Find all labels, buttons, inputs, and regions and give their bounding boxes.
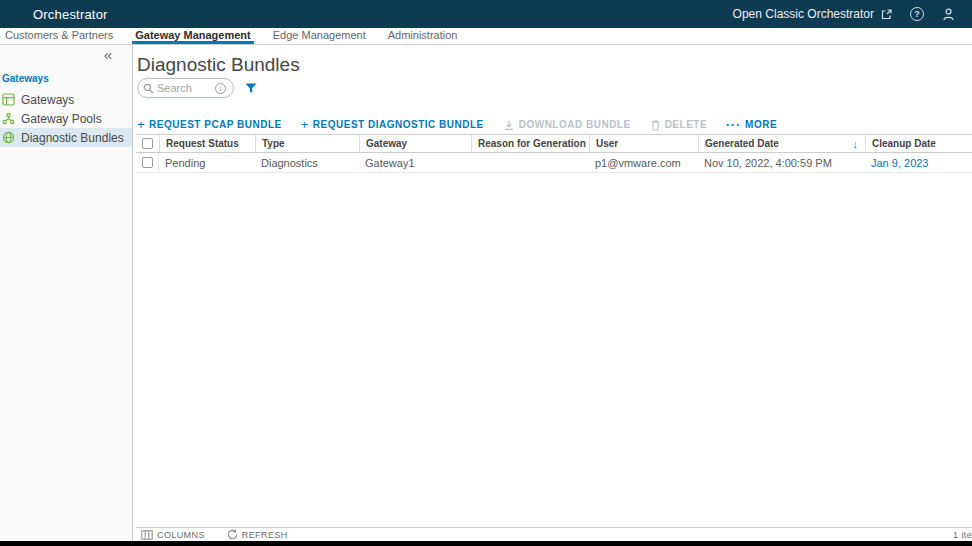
tab-administration[interactable]: Administration: [385, 28, 461, 44]
table-row[interactable]: Pending Diagnostics Gateway1 p1@vmware.c…: [136, 153, 972, 173]
button-label: DELETE: [665, 119, 707, 130]
search-input[interactable]: [157, 82, 212, 94]
column-header-request-status[interactable]: Request Status: [159, 135, 255, 152]
header-select-all-cell: [136, 135, 159, 152]
user-icon[interactable]: [941, 7, 956, 22]
download-icon: [503, 119, 515, 131]
info-icon[interactable]: i: [215, 83, 226, 94]
button-label: REFRESH: [242, 530, 288, 540]
cell-generated-date: Nov 10, 2022, 4:00:59 PM: [698, 153, 865, 172]
tab-edge-management[interactable]: Edge Management: [270, 28, 369, 44]
table-header-row: Request Status Type Gateway Reason for G…: [136, 134, 972, 153]
sidebar: « Gateways Gateways Gateway Pools: [0, 45, 133, 541]
gateways-icon: [2, 93, 15, 106]
column-header-cleanup-date[interactable]: Cleanup Date: [865, 135, 972, 152]
app-title: Orchestrator: [33, 7, 108, 22]
refresh-icon: [227, 529, 238, 540]
gateway-pools-icon: [2, 112, 15, 125]
table-footer: COLUMNS REFRESH 1 item: [136, 527, 972, 541]
sidebar-item-diagnostic-bundles[interactable]: Diagnostic Bundles: [0, 128, 132, 147]
download-bundle-button[interactable]: DOWNLOAD BUNDLE: [503, 119, 631, 131]
sidebar-item-gateways[interactable]: Gateways: [0, 90, 132, 109]
sort-desc-icon[interactable]: ↓: [853, 138, 859, 150]
column-header-type[interactable]: Type: [255, 135, 359, 152]
column-header-gateway[interactable]: Gateway: [359, 135, 471, 152]
sidebar-section-title: Gateways: [2, 73, 132, 84]
cell-user: p1@vmware.com: [589, 153, 698, 172]
bottom-black-bar: [0, 541, 972, 546]
columns-icon: [141, 530, 153, 540]
grid-toolbar: + REQUEST PCAP BUNDLE + REQUEST DIAGNOST…: [137, 118, 777, 131]
plus-icon: +: [301, 118, 309, 131]
column-header-user[interactable]: User: [589, 135, 698, 152]
cell-gateway: Gateway1: [359, 153, 471, 172]
top-bar: Orchestrator Open Classic Orchestrator ?: [0, 0, 972, 28]
column-label: Generated Date: [705, 138, 779, 149]
request-diagnostic-bundle-button[interactable]: + REQUEST DIAGNOSTIC BUNDLE: [301, 118, 484, 131]
button-label: REQUEST PCAP BUNDLE: [149, 119, 282, 130]
cell-request-status: Pending: [159, 153, 255, 172]
search-box: i: [137, 78, 234, 98]
sidebar-collapse-icon[interactable]: «: [104, 47, 112, 62]
trash-icon: [650, 119, 661, 131]
ellipsis-icon: ···: [726, 119, 741, 131]
tab-gateway-management[interactable]: Gateway Management: [132, 28, 254, 44]
row-select-cell: [136, 153, 159, 172]
column-header-reason[interactable]: Reason for Generation: [471, 135, 589, 152]
button-label: MORE: [745, 119, 777, 130]
sidebar-item-label: Gateways: [21, 93, 74, 107]
cell-type: Diagnostics: [255, 153, 359, 172]
plus-icon: +: [137, 118, 145, 131]
cell-cleanup-date-link[interactable]: Jan 9, 2023: [865, 153, 972, 172]
diagnostic-bundles-table: Request Status Type Gateway Reason for G…: [136, 134, 972, 173]
button-label: DOWNLOAD BUNDLE: [519, 119, 631, 130]
columns-button[interactable]: COLUMNS: [141, 530, 205, 540]
delete-button[interactable]: DELETE: [650, 119, 707, 131]
main-content: Diagnostic Bundles i + REQUEST PCAP BUND…: [134, 45, 972, 541]
select-all-checkbox[interactable]: [142, 138, 153, 149]
item-count: 1 item: [953, 530, 972, 540]
tab-customers-partners[interactable]: Customers & Partners: [2, 28, 116, 44]
column-header-generated-date[interactable]: Generated Date ↓: [698, 135, 865, 152]
primary-nav: Customers & Partners Gateway Management …: [0, 28, 972, 45]
open-classic-label: Open Classic Orchestrator: [733, 7, 874, 21]
button-label: REQUEST DIAGNOSTIC BUNDLE: [313, 119, 484, 130]
sidebar-item-label: Gateway Pools: [21, 112, 102, 126]
sidebar-item-label: Diagnostic Bundles: [21, 131, 124, 145]
external-link-icon: [880, 8, 893, 21]
filter-icon[interactable]: [245, 83, 257, 94]
sidebar-item-gateway-pools[interactable]: Gateway Pools: [0, 109, 132, 128]
open-classic-orchestrator-link[interactable]: Open Classic Orchestrator: [733, 7, 893, 21]
page-title: Diagnostic Bundles: [137, 54, 972, 76]
more-button[interactable]: ··· MORE: [726, 119, 777, 131]
help-icon[interactable]: ?: [910, 7, 924, 21]
topbar-actions: Open Classic Orchestrator ?: [733, 7, 972, 22]
search-row: i: [137, 78, 257, 98]
refresh-button[interactable]: REFRESH: [227, 529, 288, 540]
request-pcap-bundle-button[interactable]: + REQUEST PCAP BUNDLE: [137, 118, 282, 131]
cell-reason: [471, 153, 589, 172]
row-checkbox[interactable]: [142, 157, 153, 168]
search-icon: [143, 83, 154, 94]
diagnostic-bundles-icon: [2, 131, 15, 144]
button-label: COLUMNS: [157, 530, 205, 540]
